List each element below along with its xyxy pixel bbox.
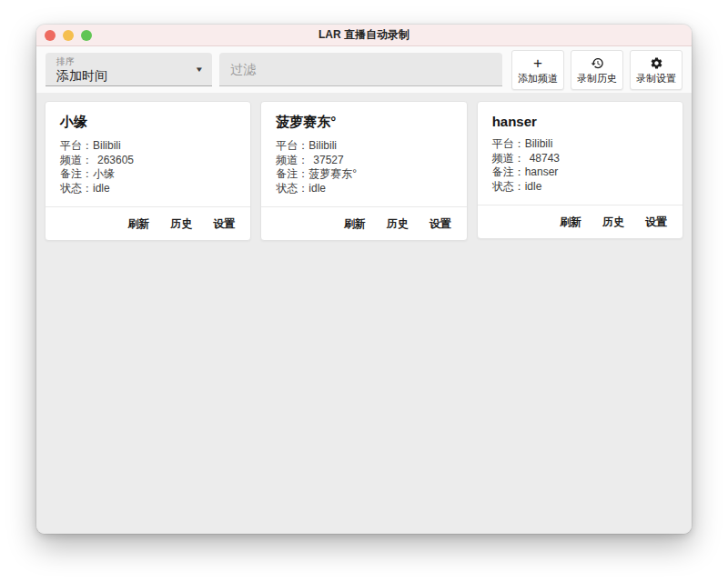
toolbar-buttons: + 添加频道 录制历史 录制设置 [511,50,682,90]
status-field: 状态： idle [492,180,668,195]
plus-icon: + [533,56,542,71]
close-button[interactable] [45,30,56,41]
channel-id-label: 频道： [60,154,93,168]
channel-id-field: 频道： 263605 [60,154,236,168]
channel-id-value: 48743 [525,152,560,166]
settings-button[interactable]: 设置 [212,216,236,232]
channel-card: 小缘 平台： Bilibili 频道： 263605 备注： 小缘 状态： id… [45,101,251,241]
card-actions: 刷新 历史 设置 [60,207,236,240]
note-field: 备注： 小缘 [60,167,236,182]
recording-history-button[interactable]: 录制历史 [571,50,623,90]
status-value: idle [525,180,542,195]
refresh-button[interactable]: 刷新 [126,216,150,232]
chevron-down-icon: ▼ [195,65,204,74]
channel-card: hanser 平台： Bilibili 频道： 48743 备注： hanser… [477,101,683,239]
history-button[interactable]: 历史 [169,216,193,232]
note-value: 小缘 [93,167,115,182]
history-button[interactable]: 历史 [602,215,625,230]
status-field: 状态： idle [60,182,236,196]
minimize-button[interactable] [63,30,74,41]
note-label: 备注： [492,165,525,180]
refresh-button[interactable]: 刷新 [343,216,367,232]
toolbar: 排序 添加时间 ▼ + 添加频道 录制历史 录制设 [36,46,692,93]
platform-value: Bilibili [308,139,337,154]
status-label: 状态： [492,180,525,195]
zoom-button[interactable] [81,30,92,41]
platform-value: Bilibili [525,137,553,152]
channel-id-value: 37527 [308,154,343,168]
platform-label: 平台： [276,139,308,154]
filter-field [219,53,502,86]
app-window: LAR 直播自动录制 排序 添加时间 ▼ + 添加频道 录制历史 [36,25,692,534]
gear-icon [650,56,663,71]
platform-label: 平台： [492,137,525,152]
filter-input[interactable] [219,53,502,85]
recording-settings-label: 录制设置 [636,73,676,84]
channel-id-field: 频道： 48743 [492,152,668,166]
add-channel-button[interactable]: + 添加频道 [511,50,564,90]
sort-select-value: 添加时间 [56,69,196,82]
note-field: 备注： hanser [492,165,668,180]
titlebar[interactable]: LAR 直播自动录制 [36,25,692,46]
note-label: 备注： [60,167,93,182]
sort-select-texts: 排序 添加时间 [56,57,196,82]
channel-name: 菠萝赛东° [276,114,451,131]
note-label: 备注： [276,167,308,182]
channel-card-list: 小缘 平台： Bilibili 频道： 263605 备注： 小缘 状态： id… [45,101,683,241]
channel-id-label: 频道： [492,152,525,166]
note-value: hanser [525,165,559,180]
platform-field: 平台： Bilibili [492,137,668,152]
platform-value: Bilibili [93,139,121,154]
channel-id-field: 频道： 37527 [276,154,451,168]
sort-select-label: 排序 [56,57,196,66]
recording-history-label: 录制历史 [577,73,617,84]
window-title: LAR 直播自动录制 [318,27,410,43]
platform-field: 平台： Bilibili [276,139,451,154]
note-value: 菠萝赛东° [308,167,357,182]
status-label: 状态： [276,182,308,196]
refresh-button[interactable]: 刷新 [559,215,582,230]
status-value: idle [308,182,326,196]
status-label: 状态： [60,182,93,196]
platform-label: 平台： [60,139,93,154]
history-button[interactable]: 历史 [386,216,410,232]
channel-card: 菠萝赛东° 平台： Bilibili 频道： 37527 备注： 菠萝赛东° 状… [260,101,467,241]
recording-settings-button[interactable]: 录制设置 [630,50,682,90]
note-field: 备注： 菠萝赛东° [276,167,451,182]
platform-field: 平台： Bilibili [60,139,236,154]
traffic-lights [45,25,92,45]
sort-select[interactable]: 排序 添加时间 ▼ [46,53,212,86]
add-channel-label: 添加频道 [518,73,558,84]
main-area: 小缘 平台： Bilibili 频道： 263605 备注： 小缘 状态： id… [36,93,692,534]
status-field: 状态： idle [276,182,451,196]
channel-id-label: 频道： [276,154,308,168]
history-icon [591,56,604,71]
channel-name: 小缘 [60,114,236,131]
settings-button[interactable]: 设置 [644,215,668,230]
channel-name: hanser [492,114,668,129]
card-actions: 刷新 历史 设置 [276,207,451,240]
channel-id-value: 263605 [93,154,134,168]
card-actions: 刷新 历史 设置 [492,205,668,238]
settings-button[interactable]: 设置 [429,216,452,232]
status-value: idle [93,182,110,196]
